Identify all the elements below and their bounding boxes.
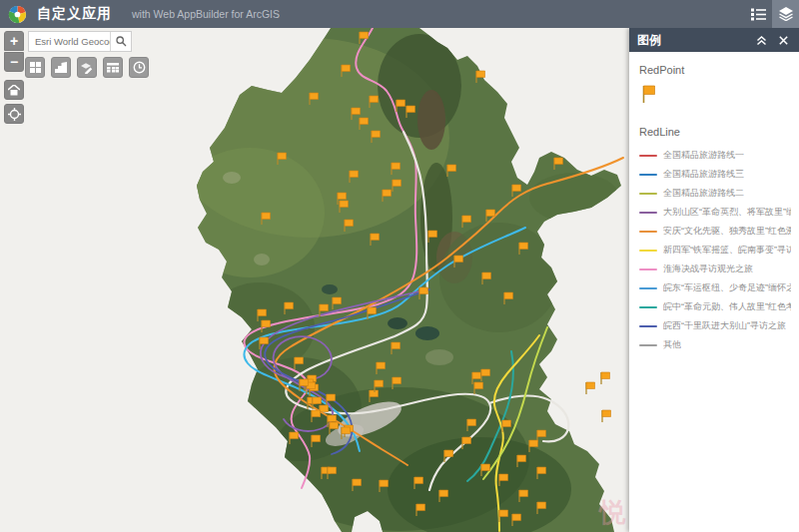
draw-button[interactable]: [77, 57, 97, 78]
legend-line-swatch: [639, 325, 657, 327]
legend-item-label: 淮海决战寻访观光之旅: [663, 265, 753, 273]
legend-item-label: 其他: [663, 340, 681, 349]
legend-line-swatch: [639, 174, 657, 176]
zoom-out-button[interactable]: −: [4, 52, 24, 72]
chart-button[interactable]: [51, 57, 71, 78]
legend-item: 安庆“文化先驱、独秀故里”红色溯源之旅: [639, 227, 791, 236]
legend-item-label: 全国精品旅游路线三: [663, 170, 744, 179]
legend-line-swatch: [639, 193, 657, 195]
locate-icon: [8, 108, 21, 121]
collapse-icon: [756, 35, 767, 46]
legend-group-redline: RedLine: [639, 126, 791, 138]
video-watermark: 悦: [599, 495, 625, 530]
time-slider-button[interactable]: [129, 57, 149, 78]
legend-item: 全国精品旅游路线一: [639, 151, 791, 160]
legend-line-swatch: [639, 306, 657, 308]
search-box: [28, 31, 132, 52]
legend-item-label: 新四军“铁军摇篮、皖南事变”寻访探秘之旅: [663, 246, 791, 255]
legend-item: 新四军“铁军摇篮、皖南事变”寻访探秘之旅: [639, 246, 791, 255]
flag-marker[interactable]: [602, 410, 611, 422]
legend-item: 全国精品旅游路线三: [639, 170, 791, 179]
basemap-gallery-button[interactable]: [25, 57, 45, 78]
close-icon: [779, 36, 788, 45]
legend-line-swatch: [639, 250, 657, 252]
app-window: 自定义应用 with Web AppBuilder for ArcGIS: [0, 0, 799, 532]
legend-group-redpoint: RedPoint: [639, 64, 791, 76]
legend-item: 其他: [639, 340, 791, 349]
close-panel-button[interactable]: [775, 32, 791, 48]
legend-item: 淮海决战寻访观光之旅: [639, 265, 791, 273]
legend-item: 全国精品旅游路线二: [639, 189, 791, 198]
legend-line-swatch: [639, 344, 657, 346]
home-button[interactable]: [4, 80, 24, 100]
legend-line-swatch: [639, 155, 657, 157]
app-title: 自定义应用: [37, 5, 112, 23]
search-input[interactable]: [29, 32, 110, 51]
app-header: 自定义应用 with Web AppBuilder for ArcGIS: [0, 0, 799, 28]
legend-item-label: 全国精品旅游路线一: [663, 151, 744, 160]
map-graphics: [0, 28, 629, 532]
home-icon: [8, 85, 20, 96]
legend-line-swatch: [639, 212, 657, 214]
legend-line-swatch: [639, 231, 657, 233]
locate-button[interactable]: [4, 104, 24, 124]
attribute-table-button[interactable]: [103, 57, 123, 78]
collapse-panel-button[interactable]: [753, 32, 769, 48]
search-button[interactable]: [110, 32, 131, 51]
legend-panel-header: 图例: [629, 28, 799, 52]
legend-panel: 图例 RedPoint RedLine 全国精品旅游路线一全国精品旅游路线三全国…: [629, 28, 799, 532]
chart-icon: [55, 62, 67, 73]
attribute-table-icon: [107, 63, 119, 73]
legend-item-label: 全国精品旅游路线二: [663, 189, 744, 198]
orange-flag-icon: [642, 84, 657, 104]
legend-item: 皖西“千里跃进大别山”寻访之旅: [639, 321, 791, 330]
layers-icon: [779, 7, 793, 21]
legend-item-label: 皖中“革命元勋、伟人故里”红色考察之旅: [663, 302, 791, 311]
time-slider-icon: [133, 61, 146, 74]
app-logo-icon: [8, 5, 27, 24]
search-icon: [116, 36, 127, 47]
legend-list-button[interactable]: [745, 0, 772, 28]
legend-item: 皖中“革命元勋、伟人故里”红色考察之旅: [639, 302, 791, 311]
legend-item-label: 皖西“千里跃进大别山”寻访之旅: [663, 321, 786, 330]
app-subtitle: with Web AppBuilder for ArcGIS: [132, 8, 280, 20]
legend-item-label: 大别山区“革命英烈、将军故里”缅怀之旅: [663, 208, 791, 217]
legend-line-swatch: [639, 268, 657, 270]
flag-marker[interactable]: [601, 372, 610, 384]
draw-icon: [81, 62, 93, 74]
basemap-gallery-icon: [30, 62, 41, 73]
legend-title: 图例: [637, 32, 661, 49]
widget-toolbar: [25, 57, 149, 78]
legend-body: RedPoint RedLine 全国精品旅游路线一全国精品旅游路线三全国精品旅…: [629, 52, 799, 349]
legend-line-swatch: [639, 287, 657, 289]
legend-item: 皖东“车运枢纽、少奇足迹”缅怀之旅: [639, 283, 791, 292]
map-canvas[interactable]: 悦 + −: [0, 28, 629, 532]
flag-marker[interactable]: [586, 382, 595, 394]
legend-item-label: 安庆“文化先驱、独秀故里”红色溯源之旅: [663, 227, 791, 236]
legend-list-icon: [751, 8, 766, 21]
legend-item: 大别山区“革命英烈、将军故里”缅怀之旅: [639, 208, 791, 217]
redline-items: 全国精品旅游路线一全国精品旅游路线三全国精品旅游路线二大别山区“革命英烈、将军故…: [639, 151, 791, 349]
layers-button[interactable]: [772, 0, 799, 28]
zoom-in-button[interactable]: +: [4, 31, 24, 51]
legend-item-label: 皖东“车运枢纽、少奇足迹”缅怀之旅: [663, 283, 791, 292]
